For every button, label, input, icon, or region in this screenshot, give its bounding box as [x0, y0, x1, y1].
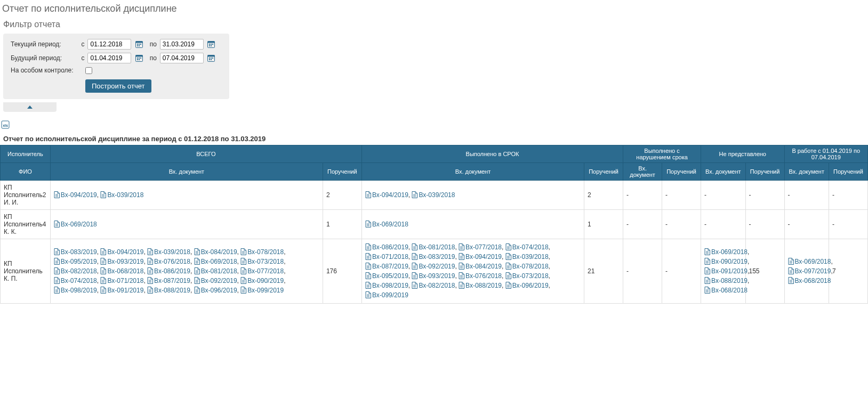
document-link[interactable]: Вх-069/2018: [365, 221, 408, 228]
document-link[interactable]: Вх-069/2018: [54, 221, 97, 228]
document-link[interactable]: Вх-083/2019: [54, 248, 97, 256]
document-link[interactable]: Вх-068/2018: [704, 287, 748, 294]
document-link[interactable]: Вх-081/2018: [412, 243, 455, 251]
document-link[interactable]: Вх-039/2018: [147, 248, 190, 256]
document-link[interactable]: Вх-073/2018: [505, 272, 549, 280]
header-fio: ФИО: [1, 163, 51, 181]
document-link[interactable]: Вх-084/2019: [459, 263, 502, 270]
document-link[interactable]: Вх-095/2019: [54, 258, 97, 265]
calendar-icon[interactable]: [207, 53, 215, 63]
svg-rect-11: [212, 44, 213, 45]
document-link[interactable]: Вх-088/2019: [459, 282, 502, 289]
svg-rect-1: [135, 42, 142, 43]
svg-rect-22: [207, 55, 214, 57]
special-control-checkbox[interactable]: [85, 67, 92, 74]
document-link[interactable]: Вх-082/2018: [412, 282, 455, 289]
document-link[interactable]: Вх-093/2019: [412, 272, 455, 280]
filter-panel: Текущий период: с по Будущий период: с п…: [3, 34, 229, 99]
document-link[interactable]: Вх-081/2018: [194, 267, 237, 275]
cell-fio: КП Исполнитель К. П.: [1, 239, 51, 304]
document-link[interactable]: Вх-083/2019: [412, 253, 455, 261]
document-link[interactable]: Вх-094/2019: [100, 248, 143, 256]
cell-ontime-docs: Вх-094/2019, Вх-039/2018: [361, 181, 584, 210]
document-link[interactable]: Вх-094/2019: [365, 191, 408, 199]
current-to-input[interactable]: [160, 39, 204, 50]
document-link[interactable]: Вх-087/2019: [147, 277, 190, 284]
document-link[interactable]: Вх-039/2018: [100, 191, 143, 199]
cell-notsubmitted-tasks: -: [745, 210, 784, 239]
document-link[interactable]: Вх-082/2018: [54, 267, 97, 275]
export-xls-icon[interactable]: xls: [1, 120, 10, 129]
document-link[interactable]: Вх-069/2018: [194, 258, 237, 265]
cell-late-tasks: -: [662, 210, 701, 239]
document-link[interactable]: Вх-069/2018: [788, 258, 831, 265]
cell-ontime-docs: Вх-069/2018: [361, 210, 584, 239]
document-link[interactable]: Вх-078/2018: [505, 263, 549, 270]
cell-inwork-docs: -: [784, 210, 829, 239]
from-label: с: [78, 54, 85, 62]
document-link[interactable]: Вх-087/2019: [365, 263, 408, 270]
header-tasks: Поручений: [323, 163, 361, 181]
calendar-icon[interactable]: [207, 39, 215, 49]
document-link[interactable]: Вх-097/2019: [788, 267, 831, 275]
cell-inwork-tasks: 7: [829, 239, 867, 304]
document-link[interactable]: Вх-073/2018: [240, 258, 284, 265]
document-link[interactable]: Вх-078/2018: [240, 248, 284, 256]
document-link[interactable]: Вх-090/2019: [240, 277, 284, 284]
svg-rect-16: [137, 58, 138, 59]
calendar-icon[interactable]: [134, 39, 143, 49]
cell-late-docs: -: [623, 239, 662, 304]
document-link[interactable]: Вх-076/2018: [459, 272, 502, 280]
from-label: с: [78, 40, 85, 48]
document-link[interactable]: Вх-077/2018: [240, 267, 284, 275]
document-link[interactable]: Вх-077/2018: [459, 243, 502, 251]
cell-late-tasks: -: [662, 239, 701, 304]
current-from-input[interactable]: [87, 39, 131, 50]
document-link[interactable]: Вх-094/2019: [54, 191, 97, 199]
document-link[interactable]: Вх-086/2019: [147, 267, 190, 275]
document-link[interactable]: Вх-092/2019: [194, 277, 237, 284]
header-doc: Вх. документ: [784, 163, 829, 181]
document-link[interactable]: Вх-098/2019: [54, 287, 97, 294]
document-link[interactable]: Вх-039/2018: [505, 253, 549, 261]
document-link[interactable]: Вх-095/2019: [365, 272, 408, 280]
document-link[interactable]: Вх-039/2018: [412, 191, 455, 199]
svg-rect-4: [140, 44, 141, 45]
document-link[interactable]: Вх-099/2019: [365, 291, 408, 299]
document-link[interactable]: Вх-099/2019: [240, 287, 284, 294]
document-link[interactable]: Вх-098/2019: [365, 282, 408, 289]
document-link[interactable]: Вх-094/2019: [459, 253, 502, 261]
cell-notsubmitted-tasks: 155: [745, 239, 784, 304]
future-to-input[interactable]: [160, 53, 204, 63]
document-link[interactable]: Вх-074/2018: [505, 243, 549, 251]
svg-rect-24: [211, 58, 212, 59]
document-link[interactable]: Вх-074/2018: [54, 277, 97, 284]
document-link[interactable]: Вх-093/2019: [100, 258, 143, 265]
document-link[interactable]: Вх-071/2018: [100, 277, 143, 284]
document-link[interactable]: Вх-096/2019: [505, 282, 549, 289]
header-tasks: Поручений: [829, 163, 867, 181]
calendar-icon[interactable]: [134, 53, 143, 63]
document-link[interactable]: Вх-090/2019: [704, 258, 748, 265]
document-link[interactable]: Вх-088/2019: [147, 287, 190, 294]
document-link[interactable]: Вх-071/2018: [365, 253, 408, 261]
document-link[interactable]: Вх-086/2019: [365, 243, 408, 251]
future-from-input[interactable]: [87, 53, 131, 63]
collapse-filter-button[interactable]: [3, 102, 57, 112]
svg-rect-26: [209, 59, 210, 60]
document-link[interactable]: Вх-069/2018: [704, 248, 748, 256]
document-link[interactable]: Вх-068/2018: [100, 267, 143, 275]
document-link[interactable]: Вх-068/2018: [788, 277, 831, 284]
build-report-button[interactable]: Построить отчет: [85, 79, 151, 93]
document-link[interactable]: Вх-091/2019: [704, 267, 748, 275]
document-link[interactable]: Вх-076/2018: [147, 258, 190, 265]
document-link[interactable]: Вх-092/2019: [412, 263, 455, 270]
svg-rect-19: [137, 59, 138, 60]
document-link[interactable]: Вх-091/2019: [100, 287, 143, 294]
svg-rect-25: [212, 58, 213, 59]
document-link[interactable]: Вх-084/2019: [194, 248, 237, 256]
svg-rect-18: [140, 58, 141, 59]
document-link[interactable]: Вх-088/2019: [704, 277, 748, 284]
svg-rect-27: [211, 59, 212, 60]
document-link[interactable]: Вх-096/2019: [194, 287, 237, 294]
